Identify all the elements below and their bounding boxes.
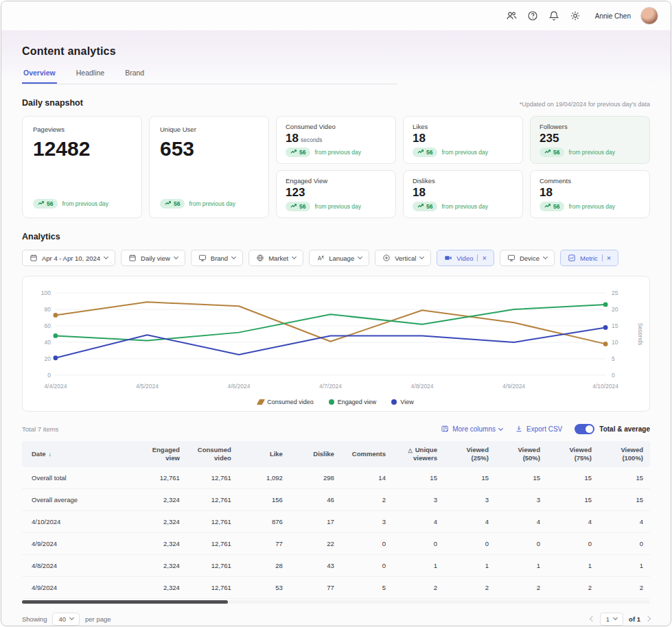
column-header-viewed-75[interactable]: Viewed (75%) bbox=[547, 441, 599, 467]
card-unique-user: Unique User65356from previous day bbox=[149, 116, 269, 218]
export-csv-button[interactable]: Export CSV bbox=[515, 425, 562, 434]
analytics-table: Date↓Engaged viewConsumed videoLikeDisli… bbox=[22, 441, 650, 599]
column-header-dislike[interactable]: Dislike bbox=[290, 441, 341, 467]
card-label: Followers bbox=[540, 123, 640, 130]
trend-badge: 56 bbox=[540, 202, 564, 211]
filter-brand[interactable]: Brand bbox=[191, 250, 243, 266]
analytics-title: Analytics bbox=[22, 232, 60, 241]
pagination: Showing 40 per page 1 of 1 bbox=[22, 604, 650, 626]
filter-vertical[interactable]: Vertical bbox=[375, 250, 431, 266]
app-window: Annie Chen Content analytics Overview He… bbox=[1, 1, 671, 626]
column-header-unique-viewers[interactable]: △Unique viewers bbox=[393, 441, 444, 467]
card-comments: Comments1856from previous day bbox=[530, 170, 650, 218]
column-header-consumed-video[interactable]: Consumed video bbox=[187, 441, 238, 467]
help-icon[interactable] bbox=[527, 10, 539, 22]
toggle-label: Total & average bbox=[599, 425, 650, 433]
column-header-date[interactable]: Date↓ bbox=[22, 441, 135, 467]
filter-metric[interactable]: Metric× bbox=[560, 250, 618, 266]
trend-up-icon bbox=[544, 149, 551, 156]
column-header-engaged-view[interactable]: Engaged view bbox=[135, 441, 187, 467]
horizontal-scrollbar bbox=[22, 600, 650, 604]
filter-lanuage[interactable]: Lanuage bbox=[309, 250, 369, 266]
svg-text:4/4/2024: 4/4/2024 bbox=[44, 383, 67, 390]
card-value: 18 bbox=[540, 187, 640, 200]
legend-marker bbox=[257, 399, 265, 405]
chevron-down-icon bbox=[498, 425, 503, 430]
chevron-down-icon bbox=[613, 615, 618, 620]
user-name[interactable]: Annie Chen bbox=[595, 12, 631, 20]
filter-apr-4-apr-10-2024[interactable]: Apr 4 - Apr 10, 2024 bbox=[22, 250, 115, 266]
card-value: 123 bbox=[286, 187, 386, 200]
updated-note: *Updated on 19/04/2024 for previous day'… bbox=[520, 101, 650, 108]
cards-grid: Pageviews1248256from previous dayUnique … bbox=[22, 116, 650, 218]
next-page-icon[interactable] bbox=[645, 616, 651, 622]
trend-note: from previous day bbox=[62, 200, 108, 207]
main-content: Daily snapshot *Updated on 19/04/2024 fo… bbox=[1, 98, 671, 626]
card-value: 18 bbox=[413, 132, 513, 145]
calendar-icon bbox=[128, 254, 137, 262]
column-header-viewed-50[interactable]: Viewed (50%) bbox=[496, 441, 547, 467]
table-controls: Total 7 items More columns Export CSV To… bbox=[22, 424, 650, 434]
trend-note: from previous day bbox=[441, 149, 488, 156]
prev-page-icon[interactable] bbox=[590, 616, 595, 622]
chevron-down-icon bbox=[419, 255, 424, 259]
card-dislikes: Dislikes1856from previous day bbox=[403, 170, 523, 218]
column-header-viewed-100[interactable]: Viewed (100%) bbox=[599, 441, 650, 467]
trend-badge: 56 bbox=[413, 202, 437, 211]
columns-icon bbox=[441, 425, 449, 434]
scrollbar-thumb[interactable] bbox=[22, 600, 228, 604]
legend-item-engaged-view: Engaged view bbox=[329, 399, 377, 405]
filter-market[interactable]: Market bbox=[248, 250, 303, 266]
svg-text:4/10/2024: 4/10/2024 bbox=[592, 383, 618, 390]
close-icon[interactable]: × bbox=[607, 255, 611, 262]
page-number-select[interactable]: 1 bbox=[600, 613, 623, 626]
tab-overview[interactable]: Overview bbox=[22, 69, 57, 84]
svg-text:4/9/2024: 4/9/2024 bbox=[502, 383, 525, 390]
card-label: Unique User bbox=[160, 126, 258, 133]
card-label: Consumed Video bbox=[286, 123, 386, 130]
table-row: 4/9/20242,32412,7615377522222 bbox=[22, 576, 650, 598]
trend-note: from previous day bbox=[568, 203, 615, 210]
trend-up-icon bbox=[544, 203, 551, 210]
tab-bar: Overview Headline Brand bbox=[22, 69, 397, 84]
svg-text:0: 0 bbox=[612, 372, 615, 379]
monitor-icon bbox=[198, 254, 207, 262]
trend-note: from previous day bbox=[189, 200, 235, 207]
svg-text:5: 5 bbox=[612, 355, 615, 362]
table-row: Overall total12,76112,7611,0922981415151… bbox=[22, 467, 650, 489]
svg-text:25: 25 bbox=[612, 289, 618, 296]
tab-brand[interactable]: Brand bbox=[124, 69, 146, 84]
people-icon[interactable] bbox=[506, 10, 518, 22]
column-header-like[interactable]: Like bbox=[238, 441, 290, 467]
avatar[interactable] bbox=[640, 7, 658, 25]
svg-text:20: 20 bbox=[612, 306, 618, 313]
table-header-row: Date↓Engaged viewConsumed videoLikeDisli… bbox=[22, 441, 650, 467]
more-columns-button[interactable]: More columns bbox=[441, 425, 502, 434]
card-engaged-view: Engaged View12356from previous day bbox=[276, 170, 396, 218]
tab-headline[interactable]: Headline bbox=[75, 69, 106, 84]
svg-text:4/7/2024: 4/7/2024 bbox=[319, 383, 342, 390]
trend-note: from previous day bbox=[314, 149, 361, 156]
trend-up-icon bbox=[417, 203, 424, 210]
card-consumed-video: Consumed Video18seconds56from previous d… bbox=[276, 116, 396, 164]
gear-icon[interactable] bbox=[570, 10, 581, 22]
svg-text:100: 100 bbox=[41, 289, 51, 296]
total-average-toggle[interactable] bbox=[575, 424, 594, 434]
page-size-select[interactable]: 40 bbox=[52, 613, 80, 626]
column-header-comments[interactable]: Comments bbox=[341, 441, 393, 467]
filter-daily-view[interactable]: Daily view bbox=[121, 250, 185, 266]
card-value: 18 bbox=[413, 187, 513, 200]
video-icon bbox=[444, 254, 452, 262]
card-likes: Likes1856from previous day bbox=[403, 116, 523, 164]
filter-device[interactable]: Device bbox=[500, 250, 555, 266]
filter-bar: Apr 4 - Apr 10, 2024Daily viewBrandMarke… bbox=[22, 250, 650, 266]
table-row: Overall average2,32412,7611564623331515 bbox=[22, 488, 650, 510]
monitor-icon bbox=[507, 254, 515, 262]
bell-icon[interactable] bbox=[548, 10, 560, 22]
legend-item-consumed-video: Consumed video bbox=[258, 399, 314, 405]
close-icon[interactable]: × bbox=[482, 255, 486, 262]
column-header-viewed-25[interactable]: Viewed (25%) bbox=[444, 441, 496, 467]
card-label: Engaged View bbox=[286, 177, 386, 185]
card-value: 18seconds bbox=[286, 132, 386, 145]
filter-video[interactable]: Video× bbox=[437, 250, 494, 266]
